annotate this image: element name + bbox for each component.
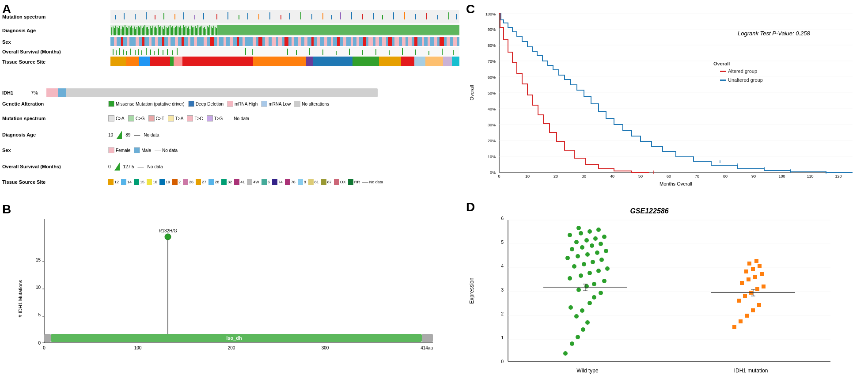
svg-rect-229 xyxy=(116,50,117,55)
svg-text:10: 10 xyxy=(36,285,41,290)
tissue-ox: OX xyxy=(334,179,346,185)
logrank-text: Logrank Test P-Value: 0.258 xyxy=(738,30,811,37)
svg-rect-260 xyxy=(453,50,454,55)
svg-text:Overall: Overall xyxy=(713,61,730,66)
tissue-8-label: 8 xyxy=(304,180,306,184)
svg-rect-221 xyxy=(440,37,444,46)
svg-point-366 xyxy=(563,351,568,356)
svg-text:Unaltered group: Unaltered group xyxy=(728,77,763,83)
svg-rect-173 xyxy=(284,37,288,46)
tissue-74-swatch xyxy=(272,179,277,185)
svg-rect-245 xyxy=(245,48,246,55)
svg-text:3: 3 xyxy=(501,288,504,292)
legend-mutation-title: Mutation spectrum xyxy=(2,116,108,121)
svg-rect-274 xyxy=(414,57,425,66)
tissue-74: 74 xyxy=(272,179,283,185)
panel-d-label: D xyxy=(466,200,475,214)
svg-text:414aa: 414aa xyxy=(421,345,433,350)
female-label: Female xyxy=(116,148,130,153)
svg-rect-88 xyxy=(178,27,178,35)
svg-point-298 xyxy=(165,234,171,240)
legend-item-no-alterations: No alterations xyxy=(294,101,329,107)
svg-rect-25 xyxy=(362,14,363,19)
tissue-74-label: 74 xyxy=(278,180,283,184)
tissue-87: 87 xyxy=(321,179,332,185)
tissue-87-label: 87 xyxy=(327,180,332,184)
svg-rect-149 xyxy=(207,37,210,46)
tissue-16-swatch xyxy=(147,179,152,185)
svg-rect-250 xyxy=(322,49,323,55)
svg-rect-273 xyxy=(401,57,414,66)
svg-point-387 xyxy=(582,262,586,266)
svg-rect-9 xyxy=(194,15,195,19)
svg-rect-235 xyxy=(138,49,139,55)
legend-item-deep-deletion: Deep Deletion xyxy=(188,101,224,107)
svg-rect-150 xyxy=(210,37,214,46)
svg-rect-231 xyxy=(123,49,124,55)
tissue-14: 14 xyxy=(121,179,132,185)
svg-rect-89 xyxy=(179,27,180,35)
svg-rect-81 xyxy=(170,25,171,35)
svg-rect-80 xyxy=(168,27,169,35)
legend-tissue-items: 12 14 15 16 xyxy=(108,178,383,186)
svg-rect-98 xyxy=(191,26,192,35)
svg-point-375 xyxy=(592,295,596,300)
svg-rect-151 xyxy=(214,37,217,46)
tissue-4w: 4W xyxy=(247,179,259,185)
svg-rect-113 xyxy=(211,27,212,35)
svg-rect-56 xyxy=(136,27,137,35)
svg-text:50: 50 xyxy=(638,174,643,178)
tissue-14-label: 14 xyxy=(127,180,132,184)
tissue-source-track xyxy=(110,57,459,66)
male-label: Male xyxy=(141,148,151,153)
tissue-rr-label: RR xyxy=(354,180,360,184)
svg-rect-252 xyxy=(349,49,350,55)
legend-ct: C>T xyxy=(148,115,164,121)
legend-tissue-title: Tissue Source Site xyxy=(2,178,108,185)
svg-text:120: 120 xyxy=(835,174,841,178)
svg-text:2: 2 xyxy=(501,311,504,316)
survival-triangle xyxy=(114,163,120,171)
age-max: 89 xyxy=(125,133,130,137)
svg-point-397 xyxy=(590,243,594,248)
svg-rect-266 xyxy=(174,57,182,66)
svg-rect-43 xyxy=(119,26,120,35)
svg-rect-196 xyxy=(359,37,363,46)
svg-rect-257 xyxy=(415,49,416,55)
svg-rect-194 xyxy=(353,37,356,46)
svg-rect-198 xyxy=(366,37,368,46)
svg-rect-218 xyxy=(430,37,434,46)
svg-rect-215 xyxy=(422,37,424,46)
svg-rect-115 xyxy=(213,26,214,35)
svg-rect-141 xyxy=(182,37,184,46)
svg-point-370 xyxy=(585,320,590,325)
svg-rect-154 xyxy=(224,37,226,46)
svg-text:90: 90 xyxy=(751,174,756,178)
svg-rect-28 xyxy=(393,12,394,19)
svg-rect-22 xyxy=(331,15,332,19)
svg-rect-135 xyxy=(162,37,164,46)
svg-rect-191 xyxy=(343,37,346,46)
svg-rect-268 xyxy=(253,57,306,66)
svg-rect-48 xyxy=(126,27,127,35)
svg-rect-17 xyxy=(280,15,281,19)
svg-rect-147 xyxy=(201,37,204,46)
svg-rect-33 xyxy=(448,12,449,19)
svg-rect-110 xyxy=(207,26,208,35)
svg-rect-57 xyxy=(138,26,139,35)
svg-rect-31 xyxy=(426,13,427,19)
svg-rect-90 xyxy=(180,26,181,35)
svg-rect-19 xyxy=(300,12,301,19)
tissue-2-swatch xyxy=(172,179,178,185)
svg-rect-224 xyxy=(450,37,453,46)
tissue-28-label: 28 xyxy=(215,180,219,184)
svg-rect-277 xyxy=(452,57,459,66)
svg-rect-126 xyxy=(133,37,136,46)
svg-rect-112 xyxy=(209,25,210,35)
svg-rect-192 xyxy=(346,37,351,46)
tissue-12-label: 12 xyxy=(114,180,119,184)
scatter-title: GSE122586 xyxy=(630,207,668,215)
svg-text:0: 0 xyxy=(43,345,45,350)
tg-swatch xyxy=(207,115,213,121)
svg-rect-255 xyxy=(389,50,390,55)
